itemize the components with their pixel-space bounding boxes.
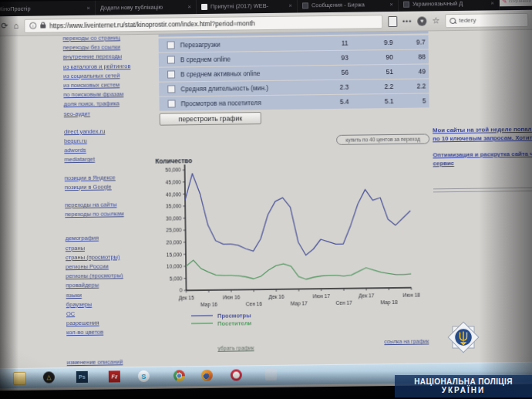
sidebar-group-1: переходы со страницпереходы без ссылкивн… — [62, 33, 156, 119]
tab-favicon-icon — [403, 1, 409, 7]
svg-text:30,000: 30,000 — [166, 215, 182, 221]
police-watermark: НАЦІОНАЛЬНА ПОЛІЦІЯ УКРАЇНИ — [395, 317, 532, 399]
svg-text:45,000: 45,000 — [166, 179, 182, 184]
tab-title: Припутні (2017) WEB- — [210, 2, 285, 10]
panel-divider — [433, 188, 532, 193]
svg-text:5,000: 5,000 — [170, 276, 183, 281]
svg-text:0: 0 — [180, 288, 183, 293]
row-value: 90 — [348, 53, 393, 62]
svg-text:Дек 15: Дек 15 — [179, 295, 195, 301]
sidebar-link[interactable]: mediatarget — [64, 154, 157, 165]
row-value: 5 — [393, 96, 426, 105]
svg-text:Мар 18: Мар 18 — [380, 299, 397, 306]
row-value: 2.3 — [304, 83, 348, 92]
row-value: 9.9 — [348, 39, 393, 47]
address-bar[interactable]: i https://www.liveinternet.ru/stat/kinop… — [24, 15, 382, 33]
svg-text:40,000: 40,000 — [166, 191, 182, 197]
tab-title: КіноПростір — [0, 5, 83, 12]
svg-text:Июн 16: Июн 16 — [223, 294, 241, 299]
browser-tab-3[interactable]: Припутні (2017) WEB-× — [197, 0, 298, 14]
police-star-emblem — [443, 317, 483, 357]
home-icon[interactable]: ⌂ — [13, 22, 19, 30]
rebuild-chart-button[interactable]: перестроить график — [160, 112, 261, 126]
search-icon — [450, 17, 456, 23]
fragment-label: сохранени — [509, 0, 531, 3]
remove-chart-link[interactable]: убрать график — [217, 345, 254, 351]
tab-close-icon[interactable]: × — [490, 0, 494, 6]
search-value: tedery — [459, 17, 476, 24]
skype-icon[interactable]: S — [138, 370, 150, 382]
svg-text:Дек 16: Дек 16 — [268, 294, 285, 300]
svg-text:35,000: 35,000 — [166, 204, 182, 209]
browser-tab-1[interactable]: КіноПростір× — [0, 1, 96, 17]
chart-svg: Количество05,00010,00015,00020,00025,000… — [144, 152, 426, 348]
ghost-icon[interactable] — [265, 369, 277, 380]
svg-text:10,000: 10,000 — [167, 264, 183, 269]
sidebar-link[interactable]: переходы по ссылкам — [65, 209, 157, 220]
search-input[interactable]: tedery — [445, 12, 528, 27]
svg-text:20,000: 20,000 — [167, 239, 183, 245]
row-label: В среднем активных online — [180, 69, 304, 78]
row-checkbox[interactable] — [167, 85, 175, 93]
row-value: 93 — [304, 54, 348, 63]
row-value: 5.1 — [349, 97, 394, 106]
traffic-chart: Количество05,00010,00015,00020,00025,000… — [144, 152, 426, 351]
filezilla-icon[interactable]: Fz — [109, 370, 120, 382]
ad-link-2[interactable]: Оптимизация и раскрутка сайта чер сервис — [433, 150, 530, 168]
sidebar-group-3: позиции в Яндексепозиции в Google — [65, 172, 157, 192]
opera-icon[interactable] — [231, 369, 242, 380]
tab-close-icon[interactable]: × — [288, 2, 292, 9]
watermark-band: НАЦІОНАЛЬНА ПОЛІЦІЯ УКРАЇНИ — [395, 375, 532, 397]
photoshop-icon[interactable]: Ps — [76, 371, 88, 383]
pocket-icon[interactable]: ♥ — [417, 16, 426, 25]
sidebar-link[interactable]: кол-во цветов — [66, 327, 159, 338]
row-value: 5.4 — [305, 98, 349, 107]
svg-text:Дек 17: Дек 17 — [359, 292, 375, 299]
tab-close-icon[interactable]: × — [389, 1, 393, 8]
row-label: Перезагрузки — [180, 39, 304, 49]
chrome-icon[interactable] — [173, 370, 185, 381]
overflow-menu-icon[interactable]: ••• — [402, 17, 412, 25]
tab-title: Додати нову публікацію — [100, 3, 184, 11]
buy-clicks-button[interactable]: купить по 40 центов за переход — [336, 134, 429, 144]
firefox-icon[interactable] — [201, 370, 213, 381]
pen-icon: ✎ — [502, 0, 507, 5]
overlapping-window-fragment: ✎ сохранени — [500, 0, 532, 6]
svg-text:Сен 17: Сен 17 — [335, 300, 352, 306]
browser-tab-5[interactable]: Украиноязычный Д× — [399, 0, 500, 12]
svg-text:Просмотры: Просмотры — [217, 312, 251, 320]
page-action-icon[interactable] — [388, 15, 397, 26]
watermark-line1: НАЦІОНАЛЬНА ПОЛІЦІЯ — [395, 377, 532, 386]
lock-icon — [40, 24, 45, 28]
site-info-icon[interactable]: i — [29, 22, 36, 29]
tab-favicon-icon — [201, 3, 207, 9]
row-value: 88 — [393, 52, 426, 61]
row-checkbox[interactable] — [167, 41, 175, 49]
sidebar-group-4: переходы на сайтыпереходы по ссылкам — [65, 200, 157, 220]
bookmark-star-icon[interactable]: ☆ — [432, 15, 439, 25]
folder-icon[interactable] — [13, 372, 26, 385]
svg-text:Посетители: Посетители — [217, 320, 252, 327]
row-value: 2.2 — [348, 83, 393, 91]
row-value: 2.2 — [393, 82, 426, 90]
tab-close-icon[interactable]: × — [187, 3, 191, 10]
svg-text:Мар 17: Мар 17 — [291, 300, 308, 306]
refresh-icon[interactable]: ⟳ — [1, 22, 8, 30]
browser-tab-2[interactable]: Додати нову публікацію× — [96, 0, 197, 15]
ad-link-1[interactable]: Мои сайты на этой неделе попали по 10 кл… — [433, 126, 530, 144]
row-value: 56 — [304, 69, 348, 77]
tab-close-icon[interactable]: × — [86, 5, 90, 12]
sidebar-link[interactable]: seo-аудит — [64, 108, 157, 119]
svg-text:50,000: 50,000 — [165, 167, 181, 173]
table-row: Просмотров на посетителя5.45.15 — [159, 93, 429, 110]
row-checkbox[interactable] — [167, 70, 175, 78]
browser-tab-4[interactable]: Сообщения - Биржа× — [298, 0, 399, 12]
tab-title: Сообщения - Биржа — [311, 1, 386, 8]
sidebar-link[interactable]: позиции в Google — [65, 182, 157, 193]
svg-text:Июн 18: Июн 18 — [402, 292, 420, 298]
svg-text:Количество: Количество — [155, 157, 192, 165]
row-checkbox[interactable] — [168, 100, 176, 107]
triangle-app-icon[interactable]: △ — [43, 371, 55, 383]
row-checkbox[interactable] — [167, 56, 175, 63]
row-label: Просмотров на посетителя — [181, 98, 305, 107]
